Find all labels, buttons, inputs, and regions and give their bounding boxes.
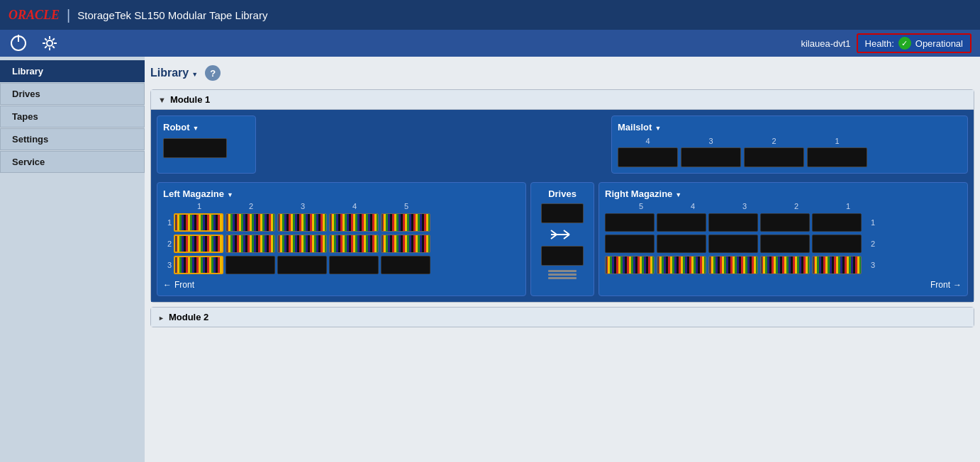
toolbar-right: kilauea-dvt1 Health: ✓ Operational	[801, 33, 971, 53]
left-slot-2-1[interactable]	[174, 235, 223, 253]
sidebar-item-library[interactable]: Library	[0, 60, 145, 82]
oracle-logo: ORACLE	[9, 8, 60, 23]
sidebar-item-drives[interactable]: Drives	[0, 83, 145, 105]
middle-section: Left Magazine 1 2 3 4 5	[157, 182, 968, 296]
drive-line-2	[548, 274, 577, 276]
hostname-label: kilauea-dvt1	[801, 38, 850, 49]
robot-slot	[163, 138, 227, 158]
mailslot-panel: Mailslot 4 3	[611, 116, 968, 174]
health-status-icon: ✓	[898, 37, 911, 50]
module1-toggle: ▼	[158, 96, 166, 104]
sidebar: Library Drives Tapes Settings Service	[0, 57, 145, 462]
app-title: StorageTek SL150 Modular Tape Library	[77, 9, 267, 21]
left-magazine-menu-button[interactable]: Left Magazine	[163, 188, 520, 199]
module1-body: Robot Mailslot	[151, 110, 974, 302]
left-slot-3-1[interactable]	[174, 256, 223, 274]
left-magazine-panel: Left Magazine 1 2 3 4 5	[157, 182, 526, 296]
left-slot-1-2[interactable]	[225, 213, 275, 232]
mailslot-slots: 4 3 2	[618, 137, 962, 167]
right-slot-1-2[interactable]	[760, 213, 810, 232]
right-slot-1-3[interactable]	[708, 213, 758, 232]
health-status-text: Operational	[915, 38, 963, 49]
right-mag-row-2: 2	[605, 235, 962, 253]
sidebar-item-service[interactable]: Service	[0, 151, 145, 173]
right-slot-3-5[interactable]	[605, 256, 655, 274]
drive-lines	[548, 270, 577, 279]
left-slot-2-2[interactable]	[225, 235, 275, 253]
right-slot-3-3[interactable]	[708, 256, 758, 274]
right-magazine-panel: Right Magazine 5 4 3 2 1	[598, 182, 968, 296]
left-slot-2-5[interactable]	[381, 235, 430, 253]
right-slot-1-1[interactable]	[812, 213, 862, 232]
page-header: Library ?	[150, 62, 974, 84]
mailslot-menu-button[interactable]: Mailslot	[618, 122, 962, 133]
mailslot-slot-4	[618, 147, 678, 167]
left-slot-3-2[interactable]	[225, 256, 275, 274]
right-slot-3-1[interactable]	[812, 256, 862, 274]
right-slot-1-4[interactable]	[657, 213, 706, 232]
right-mag-row-1: 1	[605, 213, 962, 232]
right-slot-2-5[interactable]	[605, 235, 655, 253]
left-slot-3-3[interactable]	[277, 256, 327, 274]
right-slot-2-1[interactable]	[812, 235, 862, 253]
drive-line-3	[548, 277, 577, 279]
logo-area: ORACLE | StorageTek SL150 Modular Tape L…	[9, 7, 267, 23]
content-area: Library ? ▼ Module 1 Robot	[145, 57, 980, 462]
right-magazine-menu-button[interactable]: Right Magazine	[605, 188, 962, 199]
mailslot-chevron	[655, 122, 661, 133]
left-slot-1-5[interactable]	[381, 213, 430, 232]
left-mag-row-2: 2	[163, 235, 520, 253]
left-slot-1-4[interactable]	[329, 213, 379, 232]
power-button[interactable]	[9, 33, 28, 53]
robot-menu-button[interactable]: Robot	[163, 122, 199, 133]
mailslot-col-4: 4	[618, 137, 678, 167]
mailslot-col-2: 2	[744, 137, 804, 167]
right-slot-2-3[interactable]	[708, 235, 758, 253]
spacer	[262, 116, 606, 174]
left-slot-3-4[interactable]	[329, 256, 379, 274]
left-mag-row-3: 3	[163, 256, 520, 274]
right-slot-3-4[interactable]	[657, 256, 706, 274]
sidebar-item-tapes[interactable]: Tapes	[0, 106, 145, 128]
module2-container: Module 2	[150, 307, 974, 327]
library-menu-button[interactable]: Library	[150, 67, 198, 79]
mailslot-col-3: 3	[681, 137, 741, 167]
mailslot-slot-3	[681, 147, 741, 167]
toolbar: kilauea-dvt1 Health: ✓ Operational	[0, 30, 980, 57]
right-slot-1-5[interactable]	[605, 213, 655, 232]
drives-slot-top	[541, 203, 584, 223]
config-icon	[42, 35, 57, 51]
left-front-label: ← Front	[163, 277, 520, 290]
left-slot-2-4[interactable]	[329, 235, 379, 253]
mailslot-col-1: 1	[807, 137, 867, 167]
drive-line-1	[548, 270, 577, 272]
right-mag-row-3: 3	[605, 256, 962, 274]
help-button[interactable]: ?	[205, 65, 221, 81]
left-slot-3-5[interactable]	[381, 256, 430, 274]
robot-panel: Robot	[157, 116, 256, 174]
power-icon	[11, 35, 26, 51]
robot-chevron	[193, 122, 199, 133]
toolbar-left	[9, 33, 60, 53]
right-slot-3-2[interactable]	[760, 256, 810, 274]
drives-slot-bottom	[541, 246, 584, 266]
left-slot-2-3[interactable]	[277, 235, 327, 253]
config-button[interactable]	[40, 33, 60, 53]
left-slot-1-3[interactable]	[277, 213, 327, 232]
svg-point-0	[47, 40, 52, 46]
drives-panel: Drives	[530, 182, 594, 296]
right-magazine-chevron	[675, 188, 681, 199]
module2-header[interactable]: Module 2	[151, 308, 974, 327]
drives-title: Drives	[548, 188, 577, 199]
mailslot-slot-1	[807, 147, 867, 167]
left-slot-1-1[interactable]	[174, 213, 223, 232]
sidebar-item-settings[interactable]: Settings	[0, 128, 145, 150]
left-magazine-chevron	[227, 188, 233, 199]
robot-arrow-icon	[550, 227, 575, 242]
library-menu-chevron	[191, 67, 198, 79]
main-layout: Library Drives Tapes Settings Service Li…	[0, 57, 980, 462]
right-slot-2-4[interactable]	[657, 235, 706, 253]
right-slot-2-2[interactable]	[760, 235, 810, 253]
module1-header[interactable]: ▼ Module 1	[151, 90, 974, 110]
left-magazine-col-headers: 1 2 3 4 5	[163, 202, 520, 210]
